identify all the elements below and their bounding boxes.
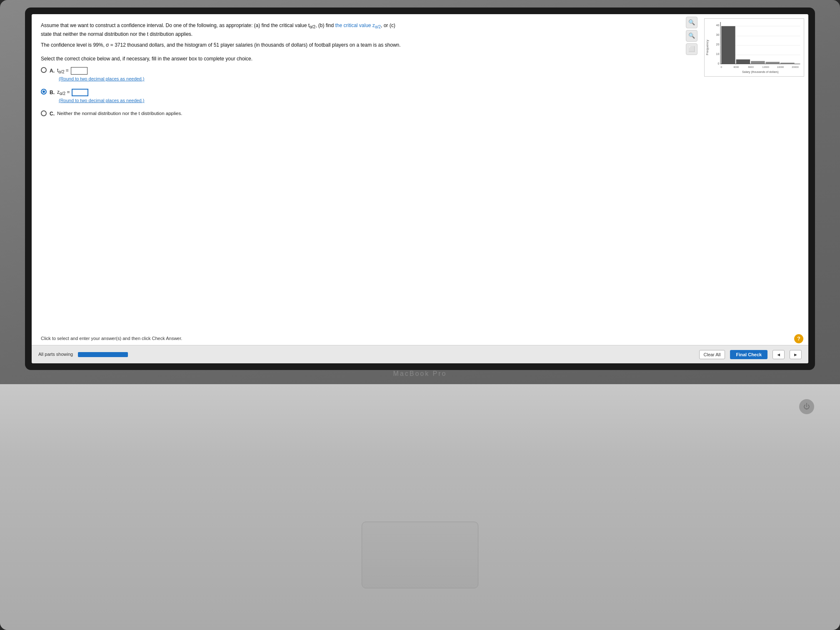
question-area: 🔍 🔍 ⬜ Assume that we want to construct a…: [32, 14, 808, 363]
svg-text:0: 0: [718, 62, 719, 65]
option-b-math: zα/2 =: [57, 88, 70, 97]
svg-text:4000: 4000: [733, 66, 739, 68]
svg-rect-14: [736, 60, 750, 64]
svg-rect-15: [751, 61, 765, 64]
option-a-row[interactable]: A. tα/2 = (Round to two decimal places a…: [41, 67, 799, 85]
trackpad[interactable]: [362, 522, 478, 588]
macbook-label: MacBook Pro: [393, 370, 447, 378]
option-a-note: (Round to two decimal places as needed.): [59, 75, 144, 82]
svg-rect-13: [721, 26, 735, 64]
power-icon: ⏻: [803, 403, 810, 410]
options-area: A. tα/2 = (Round to two decimal places a…: [41, 67, 799, 118]
svg-text:20000: 20000: [792, 66, 799, 68]
screen-icons: 🔍 🔍 ⬜: [686, 17, 698, 55]
option-b-note: (Round to two decimal places as needed.): [59, 97, 144, 104]
svg-text:8000: 8000: [748, 66, 754, 68]
option-a-label: A.: [50, 67, 55, 75]
option-a-input[interactable]: [71, 67, 88, 75]
svg-text:40: 40: [716, 24, 720, 27]
select-prompt: Select the correct choice below and, if …: [41, 55, 799, 62]
clear-all-button[interactable]: Clear All: [699, 350, 725, 359]
parts-label: All parts showing: [38, 351, 73, 358]
zoom-out-icon[interactable]: 🔍: [686, 30, 698, 42]
svg-rect-16: [766, 62, 780, 64]
svg-rect-17: [780, 62, 795, 64]
svg-text:20: 20: [716, 43, 720, 46]
option-b-input[interactable]: [72, 89, 88, 96]
option-b-radio[interactable]: [41, 89, 47, 95]
question-text: Assume that we want to construct a confi…: [41, 22, 799, 38]
screen-content: 🔍 🔍 ⬜ Assume that we want to construct a…: [32, 14, 808, 363]
option-a-math: tα/2 =: [57, 67, 69, 75]
option-c-row[interactable]: C. Neither the normal distribution nor t…: [41, 110, 799, 118]
prev-button[interactable]: ◄: [772, 350, 785, 359]
question-detail: The confidence level is 99%, σ = 3712 th…: [41, 41, 799, 49]
svg-text:16000: 16000: [777, 66, 784, 68]
help-button[interactable]: ?: [794, 334, 803, 343]
svg-text:12000: 12000: [762, 66, 769, 68]
zoom-icon[interactable]: 🔍: [686, 17, 698, 28]
final-check-button[interactable]: Final Check: [730, 350, 768, 359]
keyboard-area: esc ☀F1 ☀F2 ⊟F3 ⊞F4 ⌁F5 ⌁F6 ◄◄F7 ►IIF8 ►…: [0, 384, 840, 630]
next-button[interactable]: ►: [790, 350, 802, 359]
option-c-radio[interactable]: [41, 110, 47, 116]
parts-progress-bar: [78, 352, 128, 357]
option-c-label: C.: [50, 110, 55, 118]
svg-text:Frequency: Frequency: [705, 40, 709, 55]
power-button[interactable]: ⏻: [799, 399, 814, 414]
bottom-bar: All parts showing Clear All Final Check …: [32, 345, 808, 363]
svg-text:30: 30: [716, 33, 720, 36]
laptop-shell: 🔍 🔍 ⬜ Assume that we want to construct a…: [0, 0, 840, 630]
option-b-row[interactable]: B. zα/2 = (Round to two decimal places a…: [41, 88, 799, 107]
histogram: Frequency 0 10 20 30 40: [704, 18, 804, 77]
svg-rect-0: [705, 19, 804, 76]
svg-text:Salary (thousands of dollars): Salary (thousands of dollars): [742, 70, 779, 74]
click-instruction: Click to select and enter your answer(s)…: [41, 335, 182, 342]
option-b-label: B.: [50, 89, 55, 96]
option-a-radio[interactable]: [41, 67, 47, 73]
option-c-text: Neither the normal distribution nor the …: [57, 110, 182, 117]
external-icon[interactable]: ⬜: [686, 43, 698, 55]
screen-bezel: 🔍 🔍 ⬜ Assume that we want to construct a…: [25, 8, 815, 370]
svg-text:10: 10: [716, 52, 720, 55]
